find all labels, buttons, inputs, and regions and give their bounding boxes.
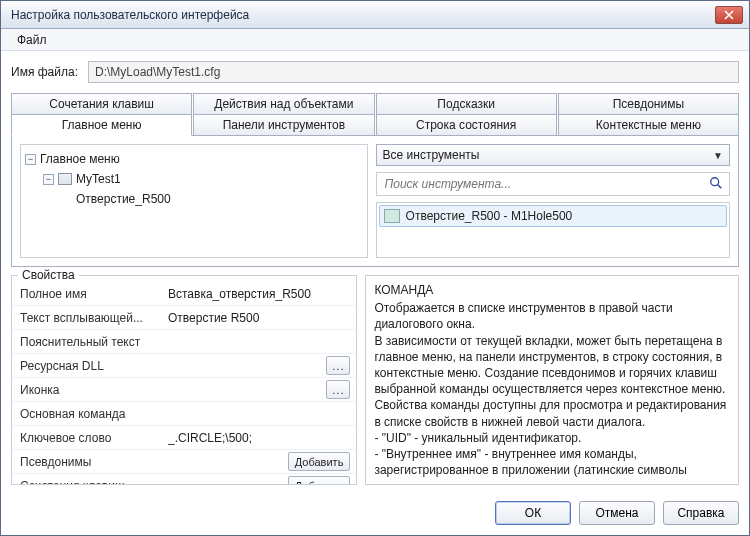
help-text: В зависимости от текущей вкладки, может … [374, 333, 736, 398]
titlebar: Настройка пользовательского интерфейса [1, 1, 749, 29]
cancel-button[interactable]: Отмена [579, 501, 655, 525]
dialog-window: Настройка пользовательского интерфейса Ф… [0, 0, 750, 536]
prop-row-full-name[interactable]: Полное имя Вставка_отверстия_R500 [12, 282, 356, 306]
tree-node-root[interactable]: − Главное меню [25, 149, 363, 169]
tab-aliases[interactable]: Псевдонимы [558, 93, 739, 115]
prop-name: Пояснительный текст [12, 335, 162, 349]
prop-row-tooltip-text[interactable]: Текст всплывающей... Отверстие R500 [12, 306, 356, 330]
properties-panel: Свойства Полное имя Вставка_отверстия_R5… [11, 275, 357, 485]
help-text: - "Внутреннее имя" - внутреннее имя кома… [374, 446, 736, 478]
tools-list[interactable]: Отверстие_R500 - M1Hole500 [376, 202, 730, 258]
prop-name: Иконка [12, 383, 162, 397]
prop-row-icon[interactable]: Иконка ... [12, 378, 356, 402]
prop-name: Сочетания клавиш [12, 479, 162, 485]
tree-collapse-icon[interactable]: − [25, 154, 36, 165]
tool-item[interactable]: Отверстие_R500 - M1Hole500 [379, 205, 727, 227]
dropdown-value: Все инструменты [383, 148, 714, 162]
prop-value[interactable]: _.CIRCLE;\500; [168, 431, 350, 445]
tab-tooltips[interactable]: Подсказки [376, 93, 557, 115]
prop-name: Ресурсная DLL [12, 359, 162, 373]
tree-node-hole[interactable]: Отверстие_R500 [61, 189, 363, 209]
tree-node-label: MyTest1 [76, 172, 121, 186]
close-button[interactable] [715, 6, 743, 24]
tabs-row-top: Сочетания клавиш Действия над объектами … [11, 93, 739, 115]
file-name-input[interactable] [88, 61, 739, 83]
prop-value[interactable]: Вставка_отверстия_R500 [168, 287, 350, 301]
tree-node-label: Главное меню [40, 152, 120, 166]
properties-scroll[interactable]: Полное имя Вставка_отверстия_R500 Текст … [12, 282, 356, 484]
browse-icon-button[interactable]: ... [326, 380, 350, 399]
prop-row-base-command[interactable]: Основная команда [12, 402, 356, 426]
properties-grid: Полное имя Вставка_отверстия_R500 Текст … [12, 282, 356, 484]
prop-row-keyword[interactable]: Ключевое слово _.CIRCLE;\500; [12, 426, 356, 450]
properties-legend: Свойства [18, 268, 79, 282]
prop-name: Ключевое слово [12, 431, 162, 445]
prop-name: Текст всплывающей... [12, 311, 162, 325]
tabs-row-bottom: Главное меню Панели инструментов Строка … [11, 114, 739, 136]
browse-dll-button[interactable]: ... [326, 356, 350, 375]
search-icon[interactable] [709, 176, 723, 193]
window-title: Настройка пользовательского интерфейса [11, 8, 715, 22]
tabs-block: Сочетания клавиш Действия над объектами … [11, 93, 739, 267]
add-alias-button[interactable]: Добавить [288, 452, 351, 471]
prop-name: Основная команда [12, 407, 162, 421]
tree-node-label: Отверстие_R500 [76, 192, 171, 206]
tab-shortcuts[interactable]: Сочетания клавиш [11, 93, 192, 115]
chevron-down-icon: ▼ [713, 150, 723, 161]
lower-row: Свойства Полное имя Вставка_отверстия_R5… [11, 275, 739, 485]
file-name-label: Имя файла: [11, 65, 78, 79]
file-row: Имя файла: [11, 61, 739, 83]
svg-point-0 [711, 177, 719, 185]
help-text: - "UID" - уникальный идентификатор. [374, 430, 736, 446]
tab-context-menus[interactable]: Контекстные меню [558, 114, 739, 136]
tab-main-menu[interactable]: Главное меню [11, 114, 192, 136]
menu-item-icon [58, 173, 72, 185]
prop-row-shortcuts[interactable]: Сочетания клавиш Добавить [12, 474, 356, 484]
menu-tree[interactable]: − Главное меню − MyTest1 Отверстие_R500 [20, 144, 368, 258]
menubar: Файл [1, 29, 749, 51]
prop-row-description[interactable]: Пояснительный текст [12, 330, 356, 354]
prop-row-resource-dll[interactable]: Ресурсная DLL ... [12, 354, 356, 378]
close-icon [724, 10, 734, 20]
help-panel[interactable]: КОМАНДА Отображается в списке инструмент… [365, 275, 739, 485]
help-text: Свойства команды доступны для просмотра … [374, 397, 736, 429]
dialog-footer: ОК Отмена Справка [1, 493, 749, 535]
tree-collapse-icon[interactable]: − [43, 174, 54, 185]
tools-filter-dropdown[interactable]: Все инструменты ▼ [376, 144, 730, 166]
help-button[interactable]: Справка [663, 501, 739, 525]
content-area: Имя файла: Сочетания клавиш Действия над… [1, 51, 749, 493]
tool-search-input[interactable] [383, 174, 703, 194]
tab-toolbars[interactable]: Панели инструментов [193, 114, 374, 136]
tab-object-actions[interactable]: Действия над объектами [193, 93, 374, 115]
tool-item-icon [384, 209, 400, 223]
tool-item-label: Отверстие_R500 - M1Hole500 [406, 209, 573, 223]
help-heading: КОМАНДА [374, 282, 736, 298]
tab-status-bar[interactable]: Строка состояния [376, 114, 557, 136]
prop-name: Псевдонимы [12, 455, 162, 469]
help-text: Отображается в списке инструментов в пра… [374, 300, 736, 332]
tool-search [376, 172, 730, 196]
tools-panel: Все инструменты ▼ Отверстие_R500 - M1Hol… [376, 144, 730, 258]
menu-file[interactable]: Файл [9, 31, 55, 49]
prop-row-aliases[interactable]: Псевдонимы Добавить [12, 450, 356, 474]
tree-node-mytest1[interactable]: − MyTest1 [43, 169, 363, 189]
prop-name: Полное имя [12, 287, 162, 301]
add-shortcut-button[interactable]: Добавить [288, 476, 351, 484]
prop-value[interactable]: Отверстие R500 [168, 311, 350, 325]
ok-button[interactable]: ОК [495, 501, 571, 525]
tab-body: − Главное меню − MyTest1 Отверстие_R500 [11, 135, 739, 267]
